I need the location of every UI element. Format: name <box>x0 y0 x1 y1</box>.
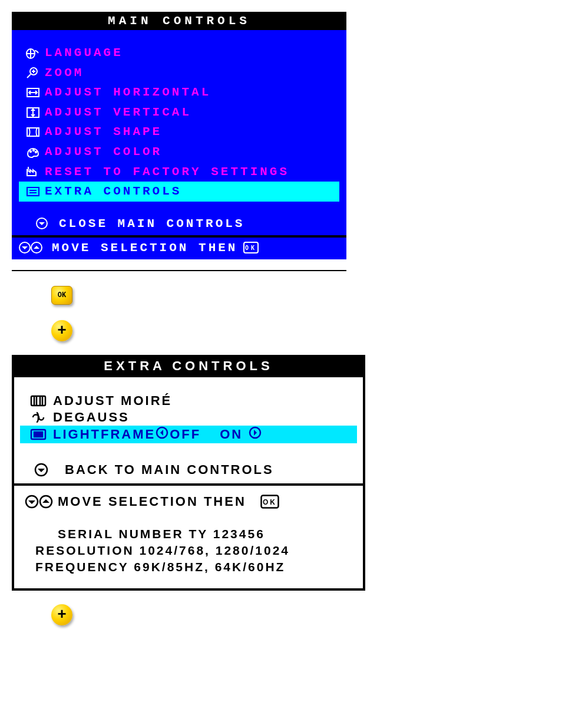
plus-button[interactable] <box>51 319 73 342</box>
menu-item-extra-controls[interactable]: EXTRA CONTROLS <box>19 182 339 202</box>
extra-controls-icon <box>21 185 45 198</box>
close-main-controls[interactable]: CLOSE MAIN CONTROLS <box>19 217 339 230</box>
menu-item-label: ADJUST COLOR <box>45 142 162 162</box>
svg-rect-16 <box>34 432 42 437</box>
extra-title: EXTRA CONTROLS <box>14 357 363 377</box>
moire-icon <box>24 394 53 408</box>
menu-item-label: ADJUST VERTICAL <box>45 103 191 123</box>
ok-icon <box>51 286 72 305</box>
lightframe-icon <box>24 427 53 442</box>
menu-item-label: ADJUST MOIRÉ <box>53 393 172 409</box>
down-arrow-icon <box>34 463 48 477</box>
extra-footer: MOVE SELECTION THEN OK SERIAL NUMBER TY … <box>14 483 363 588</box>
plus-icon <box>51 320 72 341</box>
main-controls-osd: MAIN CONTROLS LANGUAGE ZOOM ADJUST HORIZ… <box>12 12 346 259</box>
svg-text:OK: OK <box>245 245 257 251</box>
divider <box>12 270 346 271</box>
down-arrow-icon <box>35 217 48 230</box>
option-on[interactable]: ON <box>220 427 243 442</box>
footer-move-text: MOVE SELECTION THEN <box>58 494 246 509</box>
menu-item-label: ADJUST SHAPE <box>45 122 162 142</box>
menu-item-degauss[interactable]: DEGAUSS <box>20 409 357 426</box>
right-arrow-icon <box>249 426 262 443</box>
main-footer: MOVE SELECTION THEN OK <box>12 235 346 259</box>
footer-text: MOVE SELECTION THEN <box>52 241 237 255</box>
degauss-icon <box>24 410 53 424</box>
up-down-arrows-icon <box>25 495 53 509</box>
menu-item-reset-factory[interactable]: RESET TO FACTORY SETTINGS <box>19 162 339 182</box>
menu-item-label: LIGHTFRAME <box>53 427 156 442</box>
svg-rect-8 <box>27 187 39 196</box>
up-down-arrows-icon <box>19 241 42 254</box>
resolution-info: RESOLUTION 1024/768, 1280/1024 <box>25 543 352 558</box>
footer-move-row: MOVE SELECTION THEN OK <box>25 494 352 509</box>
option-off[interactable]: OFF <box>170 427 201 442</box>
menu-item-language[interactable]: LANGUAGE <box>19 43 339 63</box>
back-to-main-controls[interactable]: BACK TO MAIN CONTROLS <box>20 462 357 477</box>
lightframe-options: OFF ON <box>156 426 262 443</box>
menu-item-label: ADJUST HORIZONTAL <box>45 83 211 103</box>
back-label: BACK TO MAIN CONTROLS <box>65 462 274 477</box>
menu-item-label: RESET TO FACTORY SETTINGS <box>45 162 289 182</box>
menu-item-label: DEGAUSS <box>53 410 130 425</box>
main-menu-body: LANGUAGE ZOOM ADJUST HORIZONTAL ADJUST V… <box>12 30 346 235</box>
main-title: MAIN CONTROLS <box>12 12 346 30</box>
svg-point-6 <box>33 150 34 151</box>
ok-icon: OK <box>243 242 259 253</box>
extra-menu-body: ADJUST MOIRÉ DEGAUSS LIGHTFRAME OFF ON <box>14 377 363 483</box>
adjust-vertical-icon <box>21 106 45 119</box>
left-arrow-icon <box>156 426 168 443</box>
menu-item-zoom[interactable]: ZOOM <box>19 63 339 83</box>
menu-item-adjust-color[interactable]: ADJUST COLOR <box>19 142 339 162</box>
close-label: CLOSE MAIN CONTROLS <box>59 217 244 230</box>
ok-button[interactable] <box>51 284 73 307</box>
factory-icon <box>21 165 45 178</box>
serial-number: SERIAL NUMBER TY 123456 <box>25 527 352 541</box>
menu-item-adjust-horizontal[interactable]: ADJUST HORIZONTAL <box>19 83 339 103</box>
plus-button[interactable] <box>51 604 73 626</box>
plus-icon <box>51 604 72 625</box>
adjust-horizontal-icon <box>21 86 45 99</box>
svg-point-5 <box>30 151 31 152</box>
menu-item-lightframe[interactable]: LIGHTFRAME OFF ON <box>20 426 357 443</box>
menu-item-adjust-moire[interactable]: ADJUST MOIRÉ <box>20 393 357 409</box>
language-icon <box>21 47 45 60</box>
zoom-icon <box>21 66 45 79</box>
menu-item-label: EXTRA CONTROLS <box>45 182 181 202</box>
menu-item-label: LANGUAGE <box>45 43 123 63</box>
svg-text:OK: OK <box>263 498 277 506</box>
svg-point-7 <box>35 151 37 153</box>
adjust-shape-icon <box>21 126 45 139</box>
menu-item-adjust-shape[interactable]: ADJUST SHAPE <box>19 122 339 142</box>
svg-rect-14 <box>31 396 45 406</box>
frequency-info: FREQUENCY 69K/85HZ, 64K/60HZ <box>25 560 352 574</box>
ok-icon: OK <box>260 495 279 509</box>
menu-item-label: ZOOM <box>45 63 84 83</box>
adjust-color-icon <box>21 146 45 159</box>
menu-item-adjust-vertical[interactable]: ADJUST VERTICAL <box>19 103 339 123</box>
extra-controls-osd: EXTRA CONTROLS ADJUST MOIRÉ DEGAUSS LIGH… <box>12 355 365 591</box>
